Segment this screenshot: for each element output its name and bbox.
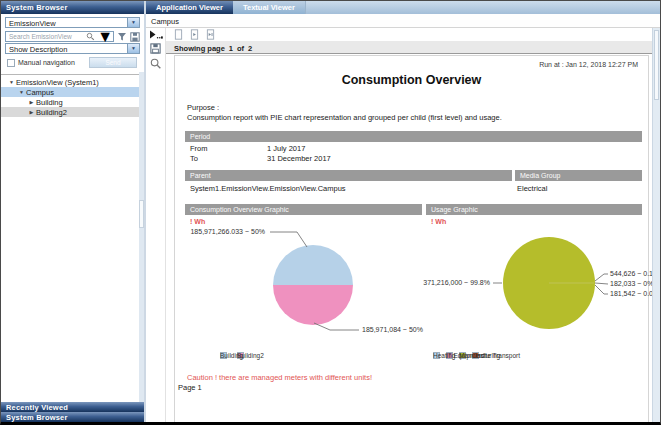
run-report-icon[interactable] xyxy=(149,30,163,39)
chevron-down-icon[interactable]: ▼ xyxy=(127,44,139,53)
application-window: System Browser EmissionView ▼ ▼ xyxy=(0,0,661,425)
legend-item: Manufacturing xyxy=(459,352,466,359)
manual-navigation-label: Manual navigation xyxy=(18,59,75,66)
viewer-content: Showing page1of2 Run at : Jan 12, 2018 1… xyxy=(166,28,652,422)
tree-item-label: EmissionView (System1) xyxy=(16,78,99,87)
tab-textual-viewer[interactable]: Textual Viewer xyxy=(233,1,306,14)
search-row: ▼ xyxy=(5,31,140,42)
send-button[interactable]: Send xyxy=(89,57,137,68)
legend-label: Onsite Transport xyxy=(472,352,520,359)
period-from-value: 1 July 2017 xyxy=(267,144,305,153)
parent-section-header: Parent xyxy=(185,170,512,181)
consumption-pie-chart xyxy=(273,245,353,325)
search-icon xyxy=(86,32,95,41)
tree-collapse-icon[interactable]: ▶ xyxy=(27,109,36,115)
legend-item: IT Equipment xyxy=(446,352,453,359)
page-toolbar xyxy=(166,28,652,41)
tree-item-campus[interactable]: ▼ Campus xyxy=(1,87,144,97)
scrollbar-thumb[interactable] xyxy=(654,30,659,100)
pie2-callout-it-equipment: 544,626 ~ 0.15% xyxy=(610,270,652,277)
breadcrumb-label: Campus xyxy=(151,17,179,26)
view-selector[interactable]: EmissionView ▼ xyxy=(5,17,140,28)
legend-item: Building xyxy=(220,352,227,359)
system-browser-footer-header[interactable]: System Browser xyxy=(1,412,144,422)
system-browser-body: EmissionView ▼ ▼ xyxy=(1,14,144,402)
scrollbar-thumb[interactable] xyxy=(139,200,144,228)
paging-total: 2 xyxy=(248,44,252,53)
unit-warning-left: ! Wh xyxy=(190,218,205,225)
report-scrollbar[interactable] xyxy=(652,28,660,422)
period-section-header: Period xyxy=(185,131,642,142)
chevron-down-icon[interactable]: ▼ xyxy=(127,18,139,27)
legend-item: Onsite Transport xyxy=(472,352,479,359)
pie2-callout-onsite-transport: 181,542 ~ 0.05% xyxy=(610,290,652,297)
period-to-value: 31 December 2017 xyxy=(267,154,331,163)
filter-icon[interactable] xyxy=(117,32,127,42)
page-icon[interactable] xyxy=(174,29,183,40)
tab-bar: Application Viewer Textual Viewer xyxy=(146,1,660,14)
pie2-callout-manufacturing: 371,216,000 ~ 99.8% xyxy=(405,279,490,286)
usage-legend: Heating IT Equipment Manufacturing xyxy=(433,351,479,360)
zoom-icon[interactable] xyxy=(150,58,161,69)
tree-item-label: Building2 xyxy=(36,108,67,117)
tree-item-building2[interactable]: ▶ Building2 xyxy=(1,107,144,117)
media-group-section-header: Media Group xyxy=(515,170,642,181)
page-last-icon[interactable] xyxy=(206,29,215,40)
unit-warning-right: ! Wh xyxy=(431,218,446,225)
sidebar-scrollbar[interactable] xyxy=(139,72,144,402)
search-input[interactable] xyxy=(6,32,86,41)
breadcrumb: Campus xyxy=(146,14,660,28)
usage-graphic-header: Usage Graphic xyxy=(426,204,642,215)
legend-item: Building2 xyxy=(237,352,244,359)
report-sheet: Run at : Jan 12, 2018 12:27 PM Consumpti… xyxy=(174,55,649,422)
save-icon[interactable] xyxy=(150,43,161,54)
tree-expand-icon[interactable]: ▼ xyxy=(17,89,26,95)
paging-prefix: Showing page xyxy=(174,44,225,53)
manual-navigation-checkbox[interactable] xyxy=(7,59,15,67)
parent-value: System1.EmissionView.EmissionView.Campus xyxy=(190,184,346,193)
tree-item-label: Campus xyxy=(26,88,54,97)
tab-application-viewer[interactable]: Application Viewer xyxy=(146,1,233,14)
view-selector-value: EmissionView xyxy=(9,19,56,28)
legend-item: Heating xyxy=(433,352,440,359)
tree-item-building[interactable]: ▶ Building xyxy=(1,97,144,107)
report-viewport: Run at : Jan 12, 2018 12:27 PM Consumpti… xyxy=(166,54,652,422)
media-group-value: Electrical xyxy=(517,184,547,193)
tree-collapse-icon[interactable]: ▶ xyxy=(27,99,36,105)
purpose-label: Purpose : xyxy=(187,103,219,112)
report-title: Consumption Overview xyxy=(175,73,648,87)
page-next-icon[interactable] xyxy=(190,29,199,40)
period-from-label: From xyxy=(190,144,208,153)
system-browser-title: System Browser xyxy=(6,3,68,12)
pie2-callout-heating: 182,033 ~ 0% xyxy=(610,280,652,287)
tree-expand-icon[interactable]: ▼ xyxy=(7,79,16,85)
main-area: Application Viewer Textual Viewer Campus xyxy=(146,1,660,422)
legend-label: Building2 xyxy=(237,352,264,359)
paging-current: 1 xyxy=(229,44,233,53)
system-tree: ▼ EmissionView (System1) ▼ Campus ▶ Buil… xyxy=(5,77,140,117)
manual-navigation-row: Manual navigation Send xyxy=(5,57,140,68)
caution-message: Caution ! there are managed meters with … xyxy=(187,373,372,382)
description-selector[interactable]: Show Description ▼ xyxy=(5,43,140,54)
run-at-timestamp: Run at : Jan 12, 2018 12:27 PM xyxy=(539,61,638,68)
period-to-label: To xyxy=(190,154,198,163)
consumption-graphic-header: Consumption Overview Graphic xyxy=(185,204,422,215)
tree-item-emissionview-system1[interactable]: ▼ EmissionView (System1) xyxy=(1,77,144,87)
save-icon[interactable] xyxy=(130,32,140,42)
recently-viewed-label: Recently Viewed xyxy=(6,403,68,412)
search-box: ▼ xyxy=(5,31,114,42)
recently-viewed-header[interactable]: Recently Viewed xyxy=(1,402,144,412)
description-selector-value: Show Description xyxy=(9,45,67,54)
pie-callout-lines xyxy=(175,56,650,422)
pie1-callout-building: 185,971,266.033 ~ 50% xyxy=(183,228,265,235)
system-browser-footer-label: System Browser xyxy=(6,413,68,422)
divider xyxy=(1,74,144,75)
usage-pie-chart xyxy=(503,237,595,329)
system-browser-header[interactable]: System Browser xyxy=(1,1,144,14)
purpose-text: Consumption report with PIE chart repres… xyxy=(187,113,502,122)
paging-status-bar: Showing page1of2 xyxy=(166,41,652,54)
main-body: Showing page1of2 Run at : Jan 12, 2018 1… xyxy=(146,28,660,422)
system-browser-panel: System Browser EmissionView ▼ ▼ xyxy=(1,1,146,422)
pie1-callout-building2: 185,971,084 ~ 50% xyxy=(362,326,423,333)
consumption-legend: Building Building2 xyxy=(220,351,244,360)
